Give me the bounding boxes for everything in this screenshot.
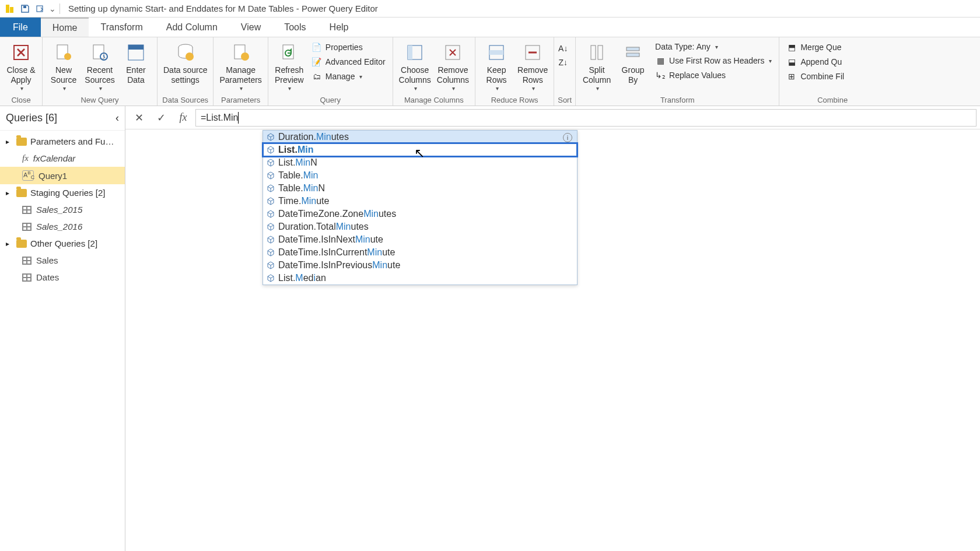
parameters-icon (229, 41, 253, 64)
remove-columns-icon (441, 41, 464, 64)
svg-rect-25 (626, 53, 639, 57)
close-apply-button[interactable]: Close & Apply ▾ (4, 40, 38, 93)
formula-bar: ✕ ✓ fx = List.Min (125, 106, 980, 129)
svg-rect-22 (591, 45, 596, 59)
advanced-editor-button[interactable]: 📝Advanced Editor (310, 55, 387, 68)
autocomplete-item[interactable]: Duration.TotalMinutes (263, 220, 577, 233)
autocomplete-item[interactable]: List.Median (263, 272, 577, 285)
sort-desc-button[interactable]: Z↓ (558, 57, 568, 68)
group-staging[interactable]: ▸Staging Queries [2] (0, 184, 125, 201)
app-icon (4, 3, 16, 15)
keep-rows-button[interactable]: Keep Rows▾ (479, 40, 514, 93)
data-type-button[interactable]: Data Type: Any▾ (654, 41, 773, 52)
group-parameters[interactable]: ▸Parameters and Fu… (0, 133, 125, 150)
svg-rect-24 (626, 47, 639, 51)
append-queries-button[interactable]: ⬓Append Qu (785, 55, 845, 68)
menu-tools[interactable]: Tools (272, 17, 317, 37)
query-sales2015[interactable]: Sales_2015 (0, 201, 125, 218)
remove-columns-button[interactable]: Remove Columns▾ (435, 40, 471, 93)
svg-rect-20 (489, 50, 503, 55)
query-sales2016[interactable]: Sales_2016 (0, 218, 125, 235)
fx-button[interactable]: fx (173, 109, 193, 127)
fx-icon: fx (22, 153, 29, 163)
function-icon (267, 184, 275, 192)
autocomplete-item[interactable]: DateTime.IsInCurrentMinute (263, 246, 577, 259)
function-icon (267, 223, 275, 231)
function-icon (267, 133, 275, 141)
ribbon: Close & Apply ▾ Close New Source▾ Recent… (0, 37, 980, 106)
svg-rect-23 (598, 45, 603, 59)
svg-rect-17 (408, 45, 412, 59)
refresh-icon (278, 41, 301, 64)
data-source-settings-button[interactable]: Data source settings (161, 40, 209, 86)
formula-input[interactable]: = List.Min (195, 109, 977, 127)
manage-icon: 🗂 (312, 71, 322, 82)
title-bar: ⌄ Setting up dynamic Start- and Enddates… (0, 0, 980, 17)
enter-data-button[interactable]: Enter Data (118, 40, 153, 86)
new-source-button[interactable]: New Source▾ (46, 40, 81, 93)
properties-button[interactable]: 📄Properties (310, 41, 387, 54)
function-icon (267, 261, 275, 269)
svg-rect-2 (23, 6, 26, 8)
autocomplete-item[interactable]: Table.MinN (263, 182, 577, 195)
cancel-formula-button[interactable]: ✕ (129, 109, 149, 127)
combine-files-button[interactable]: ⊞Combine Fil (785, 70, 845, 83)
query-sales[interactable]: Sales (0, 252, 125, 269)
menu-file[interactable]: File (0, 17, 41, 37)
svg-rect-1 (10, 7, 13, 13)
function-icon (267, 146, 275, 154)
merge-icon: ⬒ (786, 42, 797, 52)
sort-asc-button[interactable]: A↓ (558, 43, 568, 54)
svg-rect-7 (93, 45, 104, 59)
window-title: Setting up dynamic Start- and Enddates f… (68, 3, 378, 13)
group-other[interactable]: ▸Other Queries [2] (0, 235, 125, 252)
replace-values-button[interactable]: ↳₂Replace Values (654, 69, 773, 82)
function-icon (267, 210, 275, 218)
menu-add-column[interactable]: Add Column (155, 17, 229, 37)
svg-point-14 (241, 52, 249, 61)
remove-rows-button[interactable]: Remove Rows▾ (515, 40, 550, 93)
undo-icon[interactable] (34, 3, 46, 15)
qat-dropdown[interactable]: ⌄ (49, 4, 56, 13)
close-apply-icon (9, 41, 33, 64)
autocomplete-item[interactable]: DateTime.IsInPreviousMinute (263, 259, 577, 272)
manage-parameters-button[interactable]: Manage Parameters▾ (217, 40, 264, 93)
keep-rows-icon (485, 41, 508, 64)
function-icon (267, 197, 275, 205)
choose-columns-button[interactable]: Choose Columns▾ (397, 40, 433, 93)
recent-sources-button[interactable]: Recent Sources▾ (82, 40, 117, 93)
autocomplete-item[interactable]: Table.Min (263, 169, 577, 182)
table-icon (22, 223, 32, 231)
autocomplete-item[interactable]: DateTime.IsInNextMinute (263, 233, 577, 246)
autocomplete-item[interactable]: List.Min (263, 143, 577, 156)
save-icon[interactable] (19, 3, 31, 15)
first-row-headers-button[interactable]: ▦Use First Row as Headers▾ (654, 54, 773, 67)
merge-queries-button[interactable]: ⬒Merge Que (785, 41, 845, 54)
query-fxcalendar[interactable]: fxfxCalendar (0, 150, 125, 167)
collapse-sidebar-icon[interactable]: ‹ (116, 112, 119, 124)
info-icon[interactable]: i (563, 133, 572, 142)
data-source-icon (174, 41, 197, 64)
table-icon (22, 273, 32, 282)
headers-icon: ▦ (655, 55, 666, 66)
sort-desc-icon: Z↓ (558, 57, 568, 68)
query-query1[interactable]: ABCQuery1 (0, 167, 125, 184)
autocomplete-item[interactable]: DateTimeZone.ZoneMinutes (263, 208, 577, 220)
remove-rows-icon (521, 41, 544, 64)
svg-rect-10 (128, 45, 144, 50)
menu-view[interactable]: View (229, 17, 272, 37)
autocomplete-item[interactable]: List.MinN (263, 156, 577, 169)
split-column-icon (585, 41, 608, 64)
split-column-button[interactable]: Split Column▾ (579, 40, 614, 93)
refresh-preview-button[interactable]: Refresh Preview▾ (272, 40, 307, 93)
menu-home[interactable]: Home (41, 17, 89, 37)
menu-transform[interactable]: Transform (89, 17, 154, 37)
query-dates[interactable]: Dates (0, 269, 125, 286)
commit-formula-button[interactable]: ✓ (151, 109, 171, 127)
autocomplete-item[interactable]: Time.Minute (263, 195, 577, 208)
manage-button[interactable]: 🗂Manage▾ (310, 70, 387, 83)
function-icon (267, 274, 275, 282)
group-by-button[interactable]: Group By (615, 40, 650, 86)
autocomplete-item[interactable]: Duration.Minutesi (263, 131, 577, 143)
menu-help[interactable]: Help (318, 17, 360, 37)
